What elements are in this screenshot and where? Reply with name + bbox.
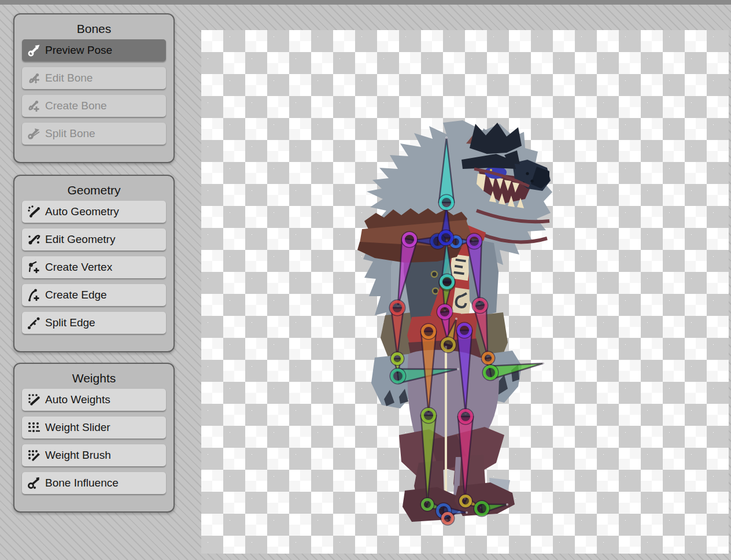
create-vertex-icon	[27, 260, 41, 274]
joint-shin-left[interactable]	[423, 410, 435, 422]
edit-bone-button[interactable]: Edit Bone	[22, 67, 166, 89]
weight-slider-label: Weight Slider	[45, 421, 110, 434]
window-top-strip	[0, 0, 731, 5]
wolf-nostril	[526, 172, 529, 175]
auto-geometry-icon	[27, 205, 41, 219]
wolf-nostril	[530, 179, 533, 182]
bone-toes-right-tip	[506, 503, 508, 506]
edit-bone-icon	[27, 71, 41, 85]
auto-weights-button[interactable]: Auto Weights	[22, 389, 166, 411]
weight-brush-label: Weight Brush	[45, 449, 111, 462]
joint-upper-arm-right[interactable]	[468, 235, 481, 248]
weight-brush-icon	[27, 448, 41, 462]
create-vertex-label: Create Vertex	[45, 261, 112, 274]
split-edge-label: Split Edge	[45, 316, 95, 329]
edit-geometry-icon	[27, 233, 41, 246]
joint-forearm-right[interactable]	[474, 300, 486, 312]
split-bone-label: Split Bone	[45, 127, 95, 140]
joint-shin-right[interactable]	[460, 411, 472, 423]
weight-slider-icon	[27, 421, 41, 434]
wolf-hair	[470, 123, 522, 154]
create-bone-button[interactable]: Create Bone	[22, 95, 166, 117]
joint-foot-right[interactable]	[461, 496, 471, 506]
auto-geometry-label: Auto Geometry	[45, 205, 119, 218]
auto-weights-icon	[27, 393, 41, 407]
joint-thigh-left[interactable]	[423, 326, 435, 338]
joint-spine-upper[interactable]	[441, 276, 453, 288]
split-edge-button[interactable]: Split Edge	[22, 312, 166, 334]
split-bone-icon	[27, 127, 41, 141]
joint-forearm-left[interactable]	[392, 302, 404, 314]
joint-hand-right[interactable]	[485, 367, 497, 379]
bone-influence-button[interactable]: Bone Influence	[22, 472, 166, 494]
create-bone-label: Create Bone	[45, 100, 107, 112]
editor-workspace: Bones Preview Pose Edit Bone Create Bone…	[0, 0, 731, 560]
preview-pose-button[interactable]: Preview Pose	[22, 39, 166, 61]
bone-influence-label: Bone Influence	[45, 477, 119, 489]
sprite-canvas[interactable]	[201, 30, 729, 554]
weight-slider-button[interactable]: Weight Slider	[22, 417, 166, 439]
bones-panel: Bones Preview Pose Edit Bone Create Bone…	[13, 13, 175, 163]
joint-tail[interactable]	[442, 339, 455, 351]
joint-wrist-right[interactable]	[483, 353, 493, 363]
edit-bone-label: Edit Bone	[45, 72, 93, 84]
bones-panel-title: Bones	[14, 14, 173, 39]
preview-pose-icon	[27, 43, 41, 57]
geometry-panel-title: Geometry	[14, 176, 173, 201]
geometry-panel: Geometry Auto Geometry Edit Geometry Cre…	[13, 175, 175, 352]
bone-tail-tip	[455, 318, 457, 320]
joint-neck[interactable]	[440, 232, 452, 244]
weights-panel-title: Weights	[14, 364, 173, 389]
bone-toes-left-tip	[466, 511, 468, 514]
preview-pose-label: Preview Pose	[45, 44, 112, 57]
edit-geometry-label: Edit Geometry	[45, 233, 115, 246]
weight-brush-button[interactable]: Weight Brush	[22, 444, 166, 466]
joint-toe-tip-left[interactable]	[443, 514, 453, 524]
bone-influence-icon	[27, 476, 41, 490]
bone-head-tip	[445, 137, 448, 139]
split-bone-button[interactable]: Split Bone	[22, 123, 166, 145]
joint-toes-right[interactable]	[476, 503, 488, 515]
sash-patch-rune	[452, 288, 472, 315]
joint-foot-left[interactable]	[423, 500, 433, 510]
auto-weights-label: Auto Weights	[45, 393, 110, 406]
weights-panel: Weights Auto Weights Weight Slider Weigh…	[13, 363, 175, 513]
joint-head[interactable]	[441, 197, 453, 209]
joint-thigh-right[interactable]	[459, 325, 471, 337]
split-edge-icon	[27, 316, 41, 330]
joint-hand-left[interactable]	[392, 370, 404, 382]
create-edge-label: Create Edge	[45, 289, 107, 301]
create-edge-icon	[27, 288, 41, 302]
create-vertex-button[interactable]: Create Vertex	[22, 256, 166, 278]
bone-hand-right-tip	[542, 362, 545, 364]
auto-geometry-button[interactable]: Auto Geometry	[22, 201, 166, 223]
bone-hand-left-tip	[457, 368, 459, 370]
create-bone-icon	[27, 99, 41, 113]
joint-wrist-left[interactable]	[393, 354, 403, 364]
joint-spine-lower[interactable]	[439, 306, 451, 318]
edit-geometry-button[interactable]: Edit Geometry	[22, 229, 166, 250]
joint-upper-arm-left[interactable]	[404, 234, 416, 246]
create-edge-button[interactable]: Create Edge	[22, 284, 166, 306]
